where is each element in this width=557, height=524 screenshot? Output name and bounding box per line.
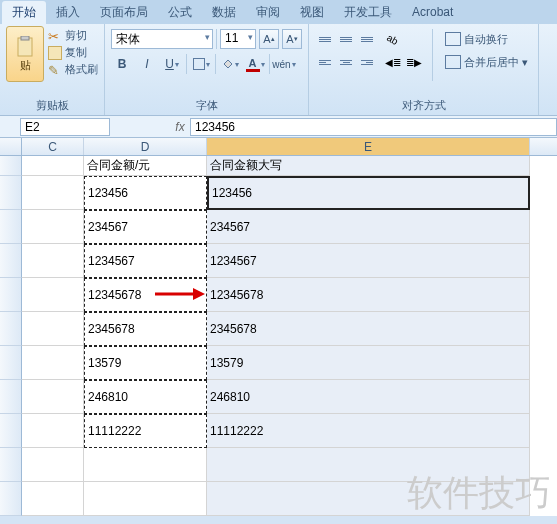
- copy-button[interactable]: 复制: [48, 45, 98, 60]
- cell[interactable]: 合同金额大写: [207, 156, 530, 176]
- cell[interactable]: 13579: [207, 346, 530, 380]
- row-header[interactable]: [0, 482, 22, 516]
- row-header[interactable]: [0, 312, 22, 346]
- row-header[interactable]: [0, 380, 22, 414]
- cell[interactable]: [22, 210, 84, 244]
- cell[interactable]: [22, 414, 84, 448]
- row-header[interactable]: [0, 210, 22, 244]
- row-header[interactable]: [0, 278, 22, 312]
- font-color-button[interactable]: A▾: [244, 53, 266, 75]
- align-top-button[interactable]: [315, 29, 335, 49]
- tab-review[interactable]: 审阅: [246, 1, 290, 24]
- row-header[interactable]: [0, 448, 22, 482]
- align-right-button[interactable]: [357, 52, 377, 72]
- cell[interactable]: [22, 448, 84, 482]
- col-header-d[interactable]: D: [84, 138, 207, 155]
- tab-acrobat[interactable]: Acrobat: [402, 2, 463, 22]
- phonetic-button[interactable]: wén▾: [273, 53, 295, 75]
- cell[interactable]: 1234567: [84, 244, 207, 278]
- decrease-indent-button[interactable]: ◀≣: [383, 52, 403, 72]
- tab-layout[interactable]: 页面布局: [90, 1, 158, 24]
- cell[interactable]: [22, 312, 84, 346]
- bold-button[interactable]: B: [111, 53, 133, 75]
- table-row: 234567 234567: [0, 210, 557, 244]
- align-center-button[interactable]: [336, 52, 356, 72]
- grow-font-button[interactable]: A▴: [259, 29, 279, 49]
- column-headers: C D E: [0, 138, 557, 156]
- fx-label[interactable]: fx: [170, 120, 190, 134]
- tab-developer[interactable]: 开发工具: [334, 1, 402, 24]
- cut-button[interactable]: ✂剪切: [48, 28, 98, 43]
- table-row: 2345678 2345678: [0, 312, 557, 346]
- tab-data[interactable]: 数据: [202, 1, 246, 24]
- tab-insert[interactable]: 插入: [46, 1, 90, 24]
- cell[interactable]: 合同金额/元: [84, 156, 207, 176]
- align-left-button[interactable]: [315, 52, 335, 72]
- col-header-c[interactable]: C: [22, 138, 84, 155]
- svg-rect-2: [193, 59, 204, 70]
- col-header-e[interactable]: E: [207, 138, 530, 155]
- row-header[interactable]: [0, 414, 22, 448]
- select-all-corner[interactable]: [0, 138, 22, 155]
- wrap-icon: [445, 32, 461, 46]
- cell[interactable]: [22, 244, 84, 278]
- cell[interactable]: 13579: [84, 346, 207, 380]
- cell[interactable]: [207, 448, 530, 482]
- cell[interactable]: [22, 156, 84, 176]
- row-header[interactable]: [0, 156, 22, 176]
- paste-button[interactable]: 贴: [6, 26, 44, 82]
- table-row: 123456 123456: [0, 176, 557, 210]
- cell[interactable]: 246810: [207, 380, 530, 414]
- clipboard-group-label: 剪贴板: [6, 96, 98, 115]
- shrink-font-button[interactable]: A▾: [282, 29, 302, 49]
- cell[interactable]: 11112222: [207, 414, 530, 448]
- cell[interactable]: 1234567: [207, 244, 530, 278]
- border-button[interactable]: ▾: [190, 53, 212, 75]
- table-row: 1234567 1234567: [0, 244, 557, 278]
- formula-input[interactable]: [190, 118, 557, 136]
- wrap-text-button[interactable]: 自动换行: [441, 29, 532, 49]
- tab-formulas[interactable]: 公式: [158, 1, 202, 24]
- row-header[interactable]: [0, 176, 22, 210]
- worksheet[interactable]: C D E 合同金额/元 合同金额大写 123456 123456 234567…: [0, 138, 557, 516]
- fill-color-button[interactable]: ▾: [219, 53, 241, 75]
- cell[interactable]: 246810: [84, 380, 207, 414]
- font-name-combo[interactable]: 宋体: [111, 29, 213, 49]
- orientation-button[interactable]: ab: [383, 29, 403, 49]
- cell-selected[interactable]: 123456: [207, 176, 530, 210]
- increase-indent-button[interactable]: ≣▶: [404, 52, 424, 72]
- name-box[interactable]: [20, 118, 110, 136]
- cell[interactable]: [207, 482, 530, 516]
- cell[interactable]: [84, 482, 207, 516]
- cell[interactable]: 11112222: [84, 414, 207, 448]
- align-bottom-button[interactable]: [357, 29, 377, 49]
- format-painter-button[interactable]: ✎格式刷: [48, 62, 98, 77]
- cell[interactable]: [22, 482, 84, 516]
- cell[interactable]: 234567: [207, 210, 530, 244]
- align-middle-button[interactable]: [336, 29, 356, 49]
- group-alignment: ab ◀≣ ≣▶ 自动换行 合并后居中▾ 对齐方式: [309, 24, 539, 115]
- border-icon: [193, 58, 205, 70]
- cell[interactable]: [22, 278, 84, 312]
- cell[interactable]: [22, 346, 84, 380]
- paste-label: 贴: [20, 58, 31, 73]
- cell[interactable]: 123456: [84, 176, 207, 210]
- cell[interactable]: 234567: [84, 210, 207, 244]
- cell[interactable]: 2345678: [207, 312, 530, 346]
- merge-center-button[interactable]: 合并后居中▾: [441, 52, 532, 72]
- cell[interactable]: 12345678: [207, 278, 530, 312]
- row-header[interactable]: [0, 244, 22, 278]
- alignment-group-label: 对齐方式: [315, 96, 532, 115]
- tab-view[interactable]: 视图: [290, 1, 334, 24]
- scissors-icon: ✂: [48, 29, 62, 43]
- tab-home[interactable]: 开始: [2, 1, 46, 24]
- underline-button[interactable]: U▾: [161, 53, 183, 75]
- cell[interactable]: [84, 448, 207, 482]
- table-row: 13579 13579: [0, 346, 557, 380]
- italic-button[interactable]: I: [136, 53, 158, 75]
- cell[interactable]: 2345678: [84, 312, 207, 346]
- font-size-combo[interactable]: 11: [220, 29, 256, 49]
- cell[interactable]: [22, 176, 84, 210]
- cell[interactable]: [22, 380, 84, 414]
- row-header[interactable]: [0, 346, 22, 380]
